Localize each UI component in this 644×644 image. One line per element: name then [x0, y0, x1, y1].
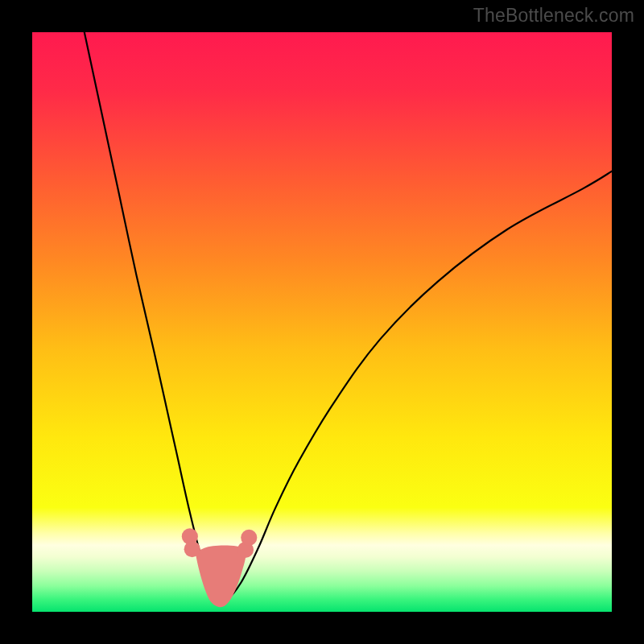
chart-frame: TheBottleneck.com: [0, 0, 644, 644]
watermark-text: TheBottleneck.com: [473, 5, 634, 27]
marker-blob: [196, 545, 246, 607]
plot-area: [32, 32, 612, 612]
marker-dot: [241, 530, 257, 546]
marker-dot: [184, 541, 200, 557]
chart-svg: [32, 32, 612, 612]
bottleneck-curve: [85, 32, 612, 603]
